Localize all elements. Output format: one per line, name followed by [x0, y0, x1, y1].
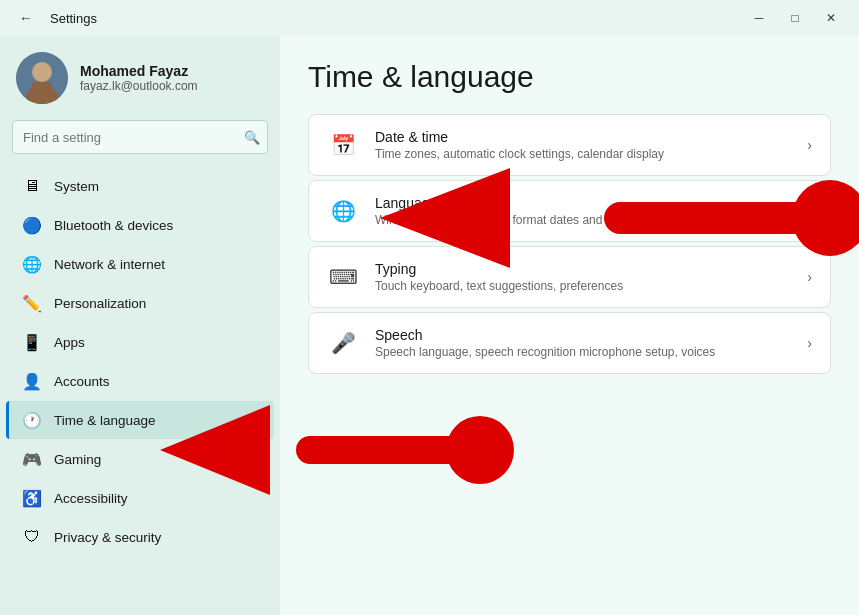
sidebar-item-label: Privacy & security — [54, 530, 161, 545]
sidebar-item-system[interactable]: 🖥 System — [6, 167, 274, 205]
chevron-right-icon: › — [807, 203, 812, 219]
chevron-right-icon: › — [807, 137, 812, 153]
main-layout: Mohamed Fayaz fayaz.lk@outlook.com 🔍 🖥 S… — [0, 36, 859, 615]
sidebar-item-accounts[interactable]: 👤 Accounts — [6, 362, 274, 400]
sidebar-item-label: Accounts — [54, 374, 110, 389]
avatar — [16, 52, 68, 104]
sidebar-item-label: System — [54, 179, 99, 194]
chevron-right-icon: › — [807, 335, 812, 351]
app-title: Settings — [50, 11, 97, 26]
maximize-button[interactable]: □ — [779, 6, 811, 30]
date-time-icon: 📅 — [327, 129, 359, 161]
privacy-icon: 🛡 — [22, 527, 42, 547]
sidebar-item-personalization[interactable]: ✏️ Personalization — [6, 284, 274, 322]
sidebar-item-bluetooth[interactable]: 🔵 Bluetooth & devices — [6, 206, 274, 244]
typing-desc: Touch keyboard, text suggestions, prefer… — [375, 279, 791, 293]
search-box: 🔍 — [12, 120, 268, 154]
sidebar-item-apps[interactable]: 📱 Apps — [6, 323, 274, 361]
accessibility-icon: ♿ — [22, 488, 42, 508]
speech-title: Speech — [375, 327, 791, 343]
network-icon: 🌐 — [22, 254, 42, 274]
time-icon: 🕐 — [22, 410, 42, 430]
user-info: Mohamed Fayaz fayaz.lk@outlook.com — [80, 63, 198, 93]
sidebar-item-time[interactable]: 🕐 Time & language — [6, 401, 274, 439]
date-time-desc: Time zones, automatic clock settings, ca… — [375, 147, 791, 161]
language-region-title: Language & region — [375, 195, 791, 211]
settings-item-language-region[interactable]: 🌐 Language & region Windows and some app… — [308, 180, 831, 242]
sidebar-item-label: Accessibility — [54, 491, 128, 506]
speech-icon: 🎤 — [327, 327, 359, 359]
minimize-button[interactable]: ─ — [743, 6, 775, 30]
sidebar-item-label: Gaming — [54, 452, 101, 467]
language-region-desc: Windows and some apps format dates and t… — [375, 213, 791, 227]
settings-item-speech[interactable]: 🎤 Speech Speech language, speech recogni… — [308, 312, 831, 374]
typing-title: Typing — [375, 261, 791, 277]
search-input[interactable] — [12, 120, 268, 154]
system-icon: 🖥 — [22, 176, 42, 196]
settings-item-date-time[interactable]: 📅 Date & time Time zones, automatic cloc… — [308, 114, 831, 176]
chevron-right-icon: › — [807, 269, 812, 285]
sidebar-item-label: Network & internet — [54, 257, 165, 272]
back-button[interactable]: ← — [12, 4, 40, 32]
close-button[interactable]: ✕ — [815, 6, 847, 30]
sidebar-item-label: Time & language — [54, 413, 156, 428]
sidebar-item-network[interactable]: 🌐 Network & internet — [6, 245, 274, 283]
svg-point-1 — [32, 62, 52, 82]
sidebar-item-privacy[interactable]: 🛡 Privacy & security — [6, 518, 274, 556]
content-area: Time & language 📅 Date & time Time zones… — [280, 36, 859, 615]
bluetooth-icon: 🔵 — [22, 215, 42, 235]
speech-desc: Speech language, speech recognition micr… — [375, 345, 791, 359]
settings-list: 📅 Date & time Time zones, automatic cloc… — [308, 114, 831, 374]
sidebar-item-gaming[interactable]: 🎮 Gaming — [6, 440, 274, 478]
page-title: Time & language — [308, 60, 831, 94]
sidebar-item-accessibility[interactable]: ♿ Accessibility — [6, 479, 274, 517]
apps-icon: 📱 — [22, 332, 42, 352]
titlebar: ← Settings ─ □ ✕ — [0, 0, 859, 36]
sidebar-item-label: Personalization — [54, 296, 146, 311]
user-profile[interactable]: Mohamed Fayaz fayaz.lk@outlook.com — [0, 36, 280, 116]
date-time-title: Date & time — [375, 129, 791, 145]
svg-rect-3 — [32, 82, 52, 94]
sidebar-item-label: Bluetooth & devices — [54, 218, 173, 233]
personalization-icon: ✏️ — [22, 293, 42, 313]
window-controls: ─ □ ✕ — [743, 6, 847, 30]
nav-items: 🖥 System 🔵 Bluetooth & devices 🌐 Network… — [0, 162, 280, 561]
titlebar-left: ← Settings — [12, 4, 97, 32]
user-name: Mohamed Fayaz — [80, 63, 198, 79]
user-email: fayaz.lk@outlook.com — [80, 79, 198, 93]
settings-item-typing[interactable]: ⌨ Typing Touch keyboard, text suggestion… — [308, 246, 831, 308]
sidebar-item-label: Apps — [54, 335, 85, 350]
accounts-icon: 👤 — [22, 371, 42, 391]
language-region-icon: 🌐 — [327, 195, 359, 227]
typing-icon: ⌨ — [327, 261, 359, 293]
sidebar: Mohamed Fayaz fayaz.lk@outlook.com 🔍 🖥 S… — [0, 36, 280, 615]
gaming-icon: 🎮 — [22, 449, 42, 469]
